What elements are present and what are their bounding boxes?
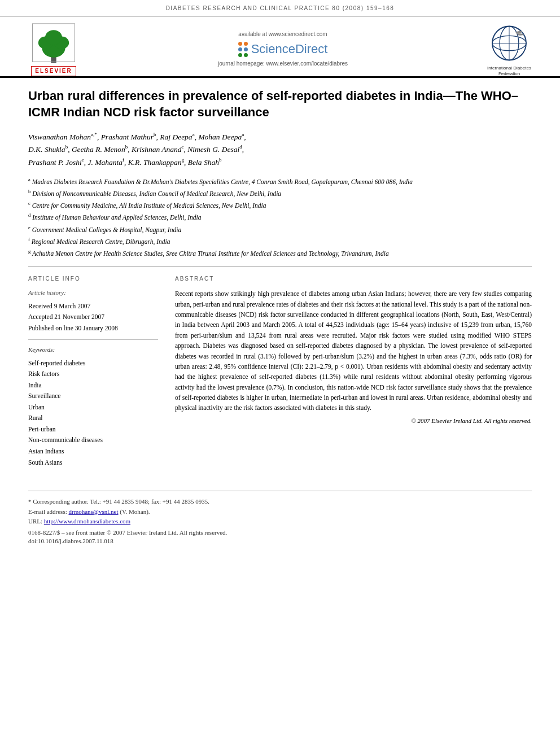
corresponding-author-note: * Corresponding author. Tel.: +91 44 283…	[28, 497, 532, 527]
abstract-text: Recent reports show strikingly high prev…	[175, 289, 532, 413]
abstract-heading: ABSTRACT	[175, 275, 532, 283]
center-block: available at www.sciencedirect.com	[85, 27, 481, 72]
license-text: 0168-8227/$ – see front matter © 2007 El…	[28, 529, 227, 536]
author-raj-deepa: , Raj Deepa	[156, 133, 193, 141]
main-content: Urban rural differences in prevalence of…	[0, 78, 560, 479]
affiliation-item: a Madras Diabetes Research Foundation & …	[28, 176, 532, 187]
affiliations-block: a Madras Diabetes Research Foundation & …	[28, 176, 532, 259]
keyword-item: Urban	[28, 402, 158, 413]
author-bela: , Bela Shah	[184, 158, 219, 166]
received-date: Received 9 March 2007	[28, 301, 158, 312]
svg-point-4	[45, 30, 62, 45]
affiliation-item: d Institute of Human Behaviour and Appli…	[28, 212, 532, 222]
author-mohan-sup: a,*	[91, 132, 97, 137]
keyword-item: Asian Indians	[28, 446, 158, 457]
author-krishnan: , Krishnan Anand	[128, 145, 181, 154]
corresponding-author-text: * Corresponding author. Tel.: +91 44 283…	[28, 498, 209, 505]
email-label: E-mail address:	[28, 508, 68, 515]
keyword-item: South Asians	[28, 457, 158, 469]
copyright-line: © 2007 Elsevier Ireland Ltd. All rights …	[175, 417, 532, 425]
article-title: Urban rural differences in prevalence of…	[28, 88, 532, 120]
author-shukla: D.K. Shukla	[28, 145, 65, 154]
author-mahanta: , J. Mahanta	[84, 158, 123, 166]
author-bela-sup: b	[219, 157, 222, 163]
available-text: available at www.sciencedirect.com	[96, 30, 470, 38]
author-prashant: Prashant P. Joshi	[28, 158, 82, 166]
affiliation-item: b Division of Noncommunicable Diseases, …	[28, 188, 532, 199]
author-thankappan: , K.R. Thankappan	[124, 158, 182, 166]
keyword-item: Rural	[28, 413, 158, 424]
sciencedirect-text: ScienceDirect	[251, 41, 328, 58]
author-mathur: , Prashant Mathur	[97, 133, 154, 141]
keywords-heading: Keywords:	[28, 346, 158, 354]
elsevier-logo: ELSEVIER	[23, 23, 85, 76]
article-history-block: Received 9 March 2007 Accepted 21 Novemb…	[28, 301, 158, 334]
author-mohan: Viswanathan Mohan	[28, 133, 91, 141]
abstract-col: ABSTRACT Recent reports show strikingly …	[175, 275, 532, 468]
page: DIABETES RESEARCH AND CLINICAL PRACTICE …	[0, 0, 560, 747]
author-nimesh-sup: d	[239, 144, 242, 150]
affiliation-item: g Achutha Menon Centre for Health Scienc…	[28, 248, 532, 259]
two-col-section: ARTICLE INFO Article history: Received 9…	[28, 275, 532, 468]
journal-homepage: journal homepage: www.elsevier.com/locat…	[96, 60, 470, 68]
keyword-item: Risk factors	[28, 369, 158, 380]
published-date: Published on line 30 January 2008	[28, 323, 158, 334]
keyword-item: Peri-urban	[28, 424, 158, 435]
affiliation-item: e Government Medical Colleges & Hospital…	[28, 224, 532, 235]
logo-row: ELSEVIER available at www.sciencedirect.…	[0, 16, 560, 78]
keyword-item: Surveillance	[28, 391, 158, 402]
keywords-list: Self-reported diabetesRisk factorsIndiaS…	[28, 358, 158, 468]
elsevier-tree-icon	[28, 23, 79, 65]
author-mohan-deepa: , Mohan Deepa	[195, 133, 242, 141]
article-info-col: ARTICLE INFO Article history: Received 9…	[28, 275, 158, 468]
idf-globe-icon	[487, 22, 532, 64]
email-suffix: (V. Mohan).	[119, 508, 150, 515]
author-mohan-deepa-sup: a	[242, 132, 244, 137]
affiliation-item: c Centre for Community Medicine, All Ind…	[28, 200, 532, 211]
url-label: URL:	[28, 518, 44, 525]
url-link[interactable]: http://www.drmohansdiabetes.com	[44, 518, 130, 525]
keyword-item: India	[28, 380, 158, 391]
sd-dots-icon	[238, 42, 248, 57]
journal-title: DIABETES RESEARCH AND CLINICAL PRACTICE …	[166, 5, 395, 11]
keyword-item: Non-communicable diseases	[28, 435, 158, 446]
elsevier-label: ELSEVIER	[31, 66, 76, 76]
email-link[interactable]: drmohans@vsnl.net	[68, 508, 118, 515]
footer-license: 0168-8227/$ – see front matter © 2007 El…	[28, 528, 532, 546]
journal-header: DIABETES RESEARCH AND CLINICAL PRACTICE …	[0, 0, 560, 16]
page-footer: * Corresponding author. Tel.: +91 44 283…	[28, 491, 532, 546]
keyword-item: Self-reported diabetes	[28, 358, 158, 369]
authors-block: Viswanathan Mohana,*, Prashant Mathurb, …	[28, 130, 532, 168]
section-divider	[28, 267, 532, 267]
idf-label: International Diabetes Federation	[481, 65, 537, 76]
author-geetha: , Geetha R. Menon	[68, 145, 125, 154]
affiliation-item: f Regional Medical Research Centre, Dibr…	[28, 236, 532, 247]
doi-text: doi:10.1016/j.diabres.2007.11.018	[28, 538, 113, 544]
sciencedirect-logo: ScienceDirect	[96, 41, 470, 58]
article-history-label: Article history:	[28, 289, 158, 297]
info-divider	[28, 339, 158, 340]
accepted-date: Accepted 21 November 2007	[28, 312, 158, 323]
article-info-heading: ARTICLE INFO	[28, 275, 158, 283]
author-nimesh: , Nimesh G. Desai	[184, 145, 240, 154]
idf-logo: International Diabetes Federation	[481, 22, 537, 76]
